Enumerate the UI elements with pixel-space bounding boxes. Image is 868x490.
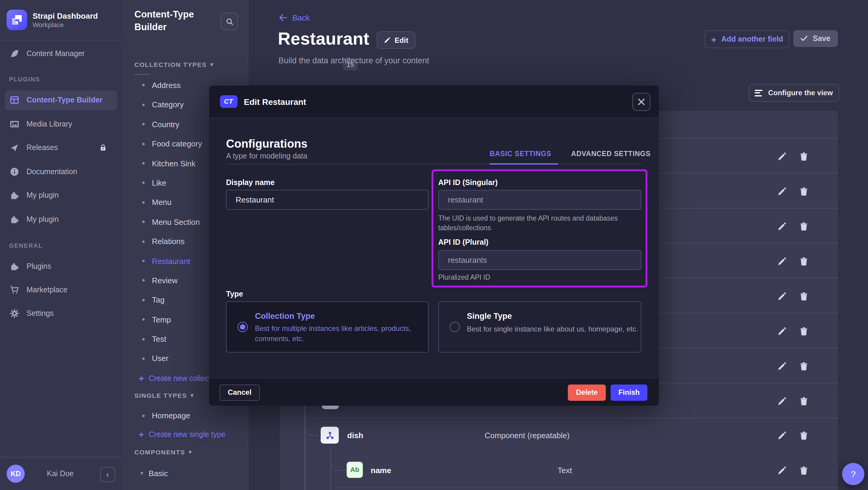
plus-icon: + [711, 34, 716, 44]
modal-title: Edit Restaurant [244, 97, 306, 106]
edit-field-button[interactable] [778, 431, 786, 440]
sidebar-item-marketplace[interactable]: Marketplace [0, 281, 122, 299]
delete-field-button[interactable] [799, 466, 808, 474]
tab-advanced-settings[interactable]: ADVANCED SETTINGS [571, 143, 651, 164]
plus-icon: + [138, 374, 144, 383]
radio-unselected-icon[interactable] [450, 322, 460, 332]
tab-basic-settings[interactable]: BASIC SETTINGS [490, 143, 551, 164]
close-modal-button[interactable] [632, 93, 650, 111]
sidebar-item-plugins[interactable]: Plugins [0, 257, 122, 275]
edit-field-button[interactable] [778, 292, 786, 301]
row-divider [336, 488, 838, 488]
gear-icon [9, 308, 19, 318]
configure-view-button[interactable]: Configure the view [749, 84, 839, 102]
delete-field-button[interactable] [799, 221, 808, 231]
sidebar-footer: KD Kai Doe ‹ [0, 457, 122, 490]
sidebar-item-label: Content Manager [27, 50, 85, 58]
app-sidebar: Strapi Dashboard Workplace Content Manag… [0, 0, 122, 490]
edit-field-button[interactable] [778, 187, 786, 195]
chevron-down-icon: ▾ [210, 61, 214, 67]
arrow-left-icon [278, 13, 287, 22]
collection-types-header[interactable]: COLLECTION TYPES ▾ [134, 58, 214, 71]
sidebar-divider [0, 40, 122, 40]
pencil-icon [384, 37, 390, 43]
feather-pen-icon [9, 49, 19, 59]
bullet-icon [142, 123, 145, 126]
close-icon [638, 98, 645, 105]
api-id-plural-input[interactable] [438, 250, 641, 270]
sidebar-item-label: My plugin [27, 215, 59, 224]
sidebar-item-documentation[interactable]: Documentation [0, 163, 122, 181]
avatar[interactable]: KD [7, 465, 25, 483]
edit-field-button[interactable] [778, 221, 786, 231]
sidebar-item-releases[interactable]: Releases [0, 139, 122, 157]
api-id-plural-hint: Pluralized API ID [438, 272, 637, 282]
display-name-input[interactable] [226, 190, 429, 210]
edit-field-button[interactable] [778, 326, 786, 335]
single-types-header[interactable]: SINGLE TYPES ▾ [134, 389, 194, 402]
delete-field-button[interactable] [799, 152, 808, 161]
bullet-icon [142, 415, 145, 417]
sidebar-item-settings[interactable]: Settings [0, 304, 122, 323]
edit-field-button[interactable] [778, 152, 786, 161]
bullet-icon [142, 201, 145, 204]
delete-field-button[interactable] [799, 361, 808, 370]
table-row-dish: dish Component (repeatable) [280, 418, 838, 453]
back-link[interactable]: Back [278, 13, 310, 22]
paper-plane-icon [9, 143, 19, 153]
single-type-item-homepage[interactable]: Homepage [122, 406, 248, 426]
collection-type-option[interactable]: Collection Type Best for multiple instan… [226, 301, 429, 352]
search-button[interactable] [221, 13, 238, 30]
create-single-type-link[interactable]: + Create new single type [122, 426, 225, 443]
bullet-icon [142, 143, 145, 145]
api-id-singular-input[interactable] [438, 190, 641, 210]
delete-field-button[interactable] [799, 396, 808, 405]
delete-field-button[interactable] [799, 292, 808, 301]
radio-selected-icon[interactable] [238, 322, 248, 332]
edit-field-button[interactable] [778, 396, 786, 405]
sidebar-item-my-plugin-1[interactable]: My plugin [0, 186, 122, 204]
add-another-field-button[interactable]: + Add another field [705, 30, 789, 48]
delete-button[interactable]: Delete [568, 384, 606, 400]
bullet-icon [142, 104, 145, 106]
sidebar-item-label: My plugin [27, 191, 59, 200]
single-type-option[interactable]: Single Type Best for single instance lik… [438, 301, 641, 352]
collapse-sidebar-button[interactable]: ‹ [100, 467, 115, 482]
edit-title-button[interactable]: Edit [377, 31, 415, 49]
sidebar-item-media-library[interactable]: Media Library [0, 115, 122, 133]
edit-field-button[interactable] [778, 256, 786, 266]
puzzle-icon [9, 214, 19, 224]
section-label-plugins: PLUGINS [9, 76, 40, 83]
help-button[interactable]: ? [842, 463, 864, 485]
edit-field-button[interactable] [778, 361, 786, 370]
modal-subheading: A type for modeling data [226, 152, 307, 160]
delete-field-button[interactable] [799, 187, 808, 195]
cancel-button[interactable]: Cancel [219, 384, 260, 400]
option-title: Single Type [467, 312, 512, 320]
page-title: Restaurant [278, 29, 369, 49]
delete-field-button[interactable] [799, 326, 808, 335]
sidebar-item-content-type-builder[interactable]: Content-Type Builder [5, 90, 117, 110]
workspace-switcher[interactable]: Strapi Dashboard Workplace [7, 7, 115, 33]
workspace-subtitle: Workplace [33, 20, 98, 29]
edit-field-button[interactable] [778, 466, 786, 474]
save-button[interactable]: Save [793, 30, 838, 47]
sidebar-item-label: Content-Type Builder [27, 96, 102, 104]
delete-field-button[interactable] [799, 256, 808, 266]
delete-field-button[interactable] [799, 431, 808, 440]
bullet-icon [142, 338, 145, 340]
bullet-icon [142, 221, 145, 223]
component-field-icon [321, 427, 339, 443]
puzzle-icon [9, 190, 19, 201]
finish-button[interactable]: Finish [611, 384, 647, 400]
sidebar-item-content-manager[interactable]: Content Manager [0, 44, 122, 63]
components-header[interactable]: COMPONENTS ▾ [134, 446, 192, 459]
sidebar-item-label: Plugins [27, 262, 51, 271]
text-field-icon: Ab [347, 461, 363, 478]
info-icon [9, 167, 19, 177]
app-window: Strapi Dashboard Workplace Content Manag… [0, 0, 868, 490]
component-group-basic[interactable]: ▾ Basic [122, 463, 248, 483]
option-description: Best for multiple instances like article… [255, 324, 419, 344]
sidebar-item-my-plugin-2[interactable]: My plugin [0, 210, 122, 228]
field-name: dish [347, 431, 363, 440]
